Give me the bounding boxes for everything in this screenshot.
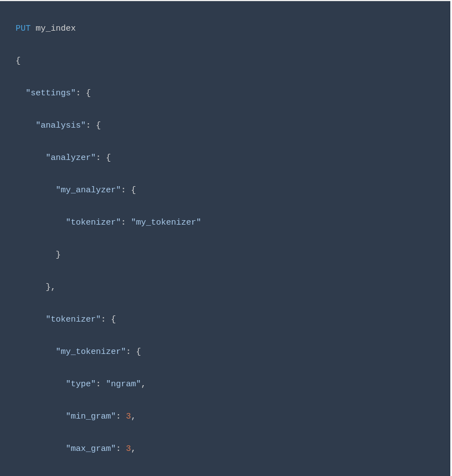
- code-line: "min_gram": 3,: [0, 409, 450, 425]
- code-line: "token_chars": [: [0, 473, 450, 476]
- code-line: "settings": {: [0, 85, 450, 101]
- code-line: "my_analyzer": {: [0, 182, 450, 198]
- code-line: "tokenizer": {: [0, 312, 450, 328]
- code-line: },: [0, 279, 450, 295]
- code-line: }: [0, 247, 450, 263]
- http-path: my_index: [36, 24, 76, 33]
- code-line: "max_gram": 3,: [0, 441, 450, 457]
- code-line: "type": "ngram",: [0, 376, 450, 392]
- code-line: "analyzer": {: [0, 150, 450, 166]
- code-line: "my_tokenizer": {: [0, 344, 450, 360]
- code-line: {: [0, 53, 450, 69]
- http-method: PUT: [16, 24, 31, 33]
- code-line: PUT my_index: [0, 21, 450, 37]
- code-editor[interactable]: PUT my_index { "settings": { "analysis":…: [0, 0, 450, 476]
- code-line: "tokenizer": "my_tokenizer": [0, 215, 450, 231]
- code-line: "analysis": {: [0, 118, 450, 134]
